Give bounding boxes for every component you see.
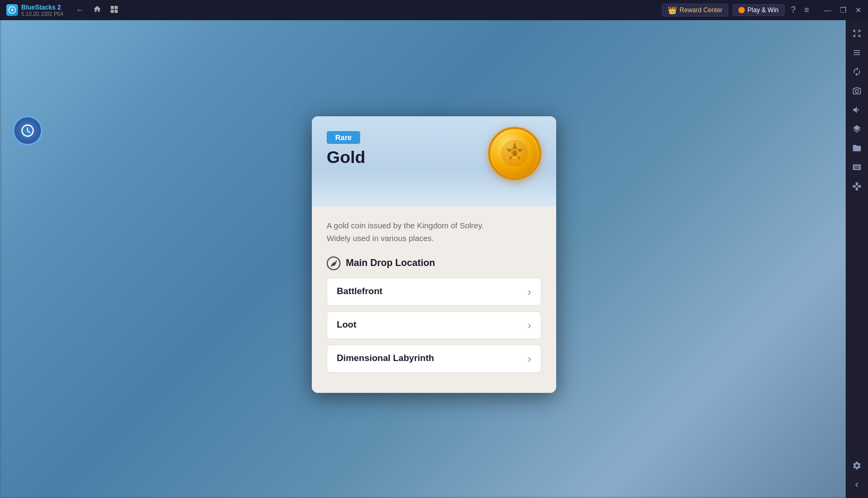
drop-location-loot-label: Loot — [337, 320, 356, 330]
rarity-badge: Rare — [327, 131, 360, 144]
drop-section-title: Main Drop Location — [327, 256, 541, 270]
card-body: A gold coin issued by the Kingdom of Sol… — [312, 207, 556, 393]
item-description: A gold coin issued by the Kingdom of Sol… — [327, 219, 541, 245]
card-header: Rare Gold — [312, 116, 556, 207]
drop-location-loot[interactable]: Loot › — [327, 311, 541, 339]
drop-location-battlefront-label: Battlefront — [337, 286, 382, 297]
coin-emblem — [499, 138, 531, 169]
drop-section-icon — [327, 256, 341, 270]
coin-circle — [488, 127, 541, 180]
item-card: Rare Gold — [312, 116, 556, 393]
drop-location-dimensional-labyrinth[interactable]: Dimensional Labyrinth › — [327, 345, 541, 373]
modal-overlay: Rare Gold — [0, 0, 868, 498]
drop-location-dimensional-labyrinth-label: Dimensional Labyrinth — [337, 353, 434, 364]
coin-icon — [488, 127, 541, 180]
drop-location-battlefront[interactable]: Battlefront › — [327, 278, 541, 306]
chevron-right-icon: › — [527, 286, 531, 298]
chevron-right-icon-3: › — [527, 353, 531, 365]
chevron-right-icon-2: › — [527, 319, 531, 331]
